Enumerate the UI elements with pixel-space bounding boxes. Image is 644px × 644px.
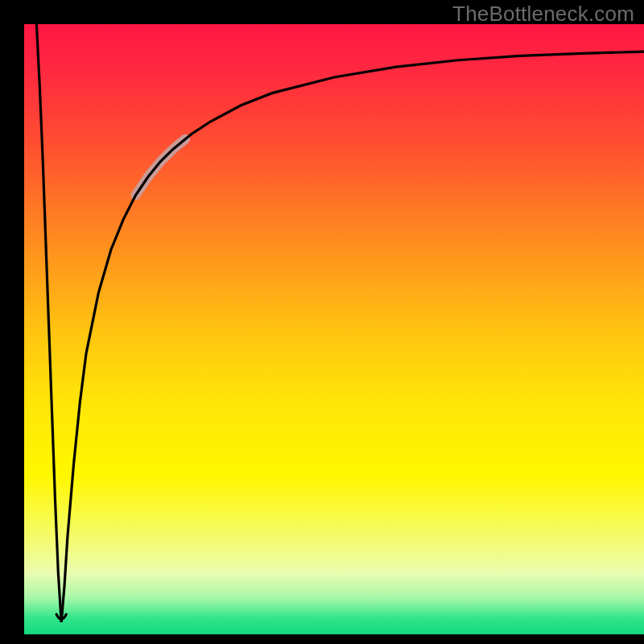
plot-area: [24, 24, 644, 634]
watermark-text: TheBottleneck.com: [452, 2, 634, 27]
chart-root: TheBottleneck.com: [0, 0, 644, 644]
plot-svg: [24, 24, 644, 634]
gradient-background: [24, 24, 644, 634]
